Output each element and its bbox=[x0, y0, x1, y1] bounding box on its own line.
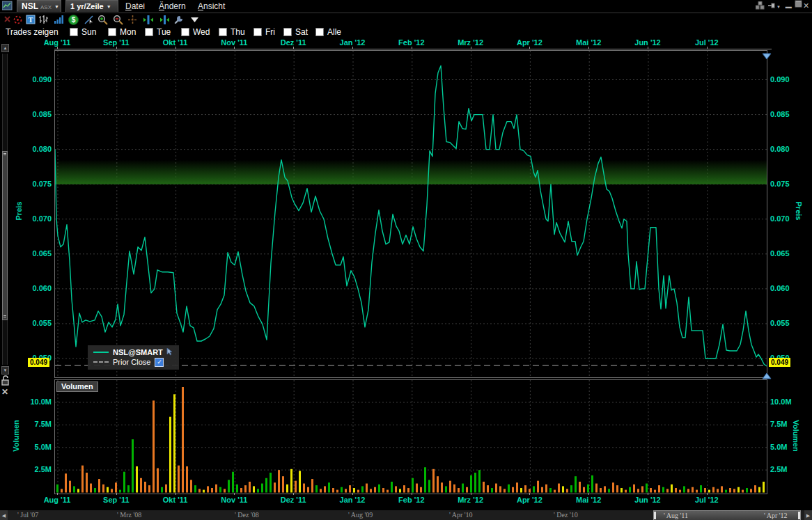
dollar-volume-icon[interactable]: $ bbox=[68, 14, 79, 25]
price-tick-label-right: 0.090 bbox=[770, 75, 798, 84]
series-label: NSL@SMART bbox=[113, 348, 163, 356]
month-tick bbox=[175, 493, 176, 495]
volume-panel-title: Volumen bbox=[56, 381, 98, 392]
ohlc-bars-style-icon[interactable] bbox=[38, 14, 49, 25]
scroll-right-button[interactable]: ▶ bbox=[804, 510, 812, 520]
close-panel-icon[interactable]: ✕ bbox=[1, 387, 8, 397]
history-scrollbar[interactable]: ◀ ' Jul '07' Mrz '08' Dez '08' Aug '09' … bbox=[0, 510, 812, 520]
series-line-swatch bbox=[93, 352, 109, 353]
trendline-tool-icon[interactable] bbox=[83, 14, 95, 25]
day-label-thu: Thu bbox=[231, 27, 245, 37]
day-checkbox-sun[interactable] bbox=[70, 28, 78, 36]
last-price-badge-right: 0.049 bbox=[769, 358, 790, 367]
last-price-badge-left: 0.049 bbox=[28, 358, 49, 367]
price-tick-label-left: 0.060 bbox=[24, 284, 52, 292]
cursor-icon bbox=[166, 346, 173, 359]
month-tick bbox=[293, 47, 294, 49]
volume-chart-panel[interactable]: Volumen bbox=[54, 379, 767, 494]
zoom-in-icon[interactable] bbox=[97, 14, 109, 25]
text-tool-icon[interactable]: T bbox=[24, 14, 36, 25]
scale-up-button[interactable]: ▲ bbox=[1, 44, 9, 52]
price-tick-label-left: 0.055 bbox=[24, 319, 52, 327]
month-label: Okt '11 bbox=[163, 496, 188, 504]
close-button[interactable]: ✕ bbox=[803, 1, 809, 11]
pin-dropdown-icon[interactable]: ▼ bbox=[776, 2, 781, 13]
exchange-label: ASX bbox=[40, 4, 52, 10]
trades-zeigen-label: Trades zeigen bbox=[6, 27, 58, 37]
month-tick bbox=[588, 493, 589, 495]
bar-chart-style-icon[interactable] bbox=[53, 14, 65, 25]
month-tick bbox=[116, 493, 117, 495]
month-tick bbox=[234, 493, 235, 495]
day-checkbox-wed[interactable] bbox=[181, 28, 189, 36]
month-label: Mrz '12 bbox=[458, 496, 483, 504]
workspace-blocks-icon[interactable] bbox=[756, 1, 765, 13]
month-label: Dez '11 bbox=[281, 496, 306, 504]
maximize-button[interactable] bbox=[795, 0, 802, 10]
month-label: Mai '12 bbox=[576, 496, 601, 504]
history-tick-label: ' Apr '10 bbox=[449, 511, 473, 519]
day-label-wed: Wed bbox=[193, 27, 210, 37]
month-label: Jan '12 bbox=[340, 496, 366, 504]
day-label-alle: Alle bbox=[327, 27, 341, 37]
month-tick bbox=[648, 47, 648, 49]
day-checkbox-thu[interactable] bbox=[219, 28, 227, 36]
month-label: Mai '12 bbox=[576, 38, 601, 47]
month-label: Dez '11 bbox=[281, 38, 306, 47]
range-handle-bottom[interactable] bbox=[762, 370, 772, 376]
month-tick bbox=[529, 47, 530, 49]
timeframe-label: 1 yr/Zeile bbox=[70, 2, 104, 10]
month-tick bbox=[352, 493, 353, 495]
volume-tick-label-left: 10.0M bbox=[24, 397, 52, 406]
settings-wrench-icon[interactable] bbox=[173, 14, 185, 25]
price-scale-thumb[interactable] bbox=[2, 151, 8, 320]
compress-horizontal-icon[interactable] bbox=[157, 14, 169, 25]
scale-down-button[interactable]: ▼ bbox=[1, 366, 9, 375]
symbol-selector[interactable]: NSL ASX ▼ bbox=[17, 0, 61, 12]
price-tick-label-right: 0.060 bbox=[770, 284, 798, 292]
month-label: Jul '12 bbox=[695, 38, 719, 47]
day-checkbox-mon[interactable] bbox=[108, 28, 116, 36]
symbol-label: NSL bbox=[22, 1, 38, 11]
day-checkbox-alle[interactable] bbox=[315, 28, 324, 36]
menu-ansicht[interactable]: Ansicht bbox=[198, 1, 225, 11]
month-label: Aug '11 bbox=[44, 38, 71, 47]
pin-icon[interactable] bbox=[767, 1, 776, 13]
price-tick-label-left: 0.065 bbox=[24, 249, 52, 258]
history-scrollbar-thumb[interactable]: ' Aug '11' Apr '12 bbox=[653, 510, 801, 520]
crosshair-tool-icon[interactable] bbox=[127, 14, 139, 25]
zoom-out-icon[interactable] bbox=[112, 14, 124, 25]
price-tick-label-left: 0.080 bbox=[24, 145, 52, 153]
trades-filter-row: Trades zeigen SunMonTueWedThuFriSatAlle bbox=[0, 26, 812, 38]
day-checkbox-sat[interactable] bbox=[283, 28, 292, 36]
prior-close-checkbox[interactable]: ✓ bbox=[155, 358, 164, 367]
range-handle-top[interactable] bbox=[762, 50, 772, 56]
scroll-left-button[interactable]: ◀ bbox=[0, 510, 8, 520]
minimize-button[interactable]: ▁ bbox=[786, 0, 791, 9]
price-chart-panel[interactable]: NSL@SMART Prior Close ✓ bbox=[54, 50, 767, 378]
month-tick bbox=[412, 47, 412, 49]
expand-horizontal-icon[interactable] bbox=[142, 14, 154, 25]
volume-tick-label-left: 7.5M bbox=[24, 420, 52, 428]
price-axis-title-right: Preis bbox=[795, 187, 803, 235]
month-tick bbox=[57, 493, 58, 495]
month-label: Jun '12 bbox=[634, 38, 660, 47]
menu-datei[interactable]: Datei bbox=[125, 1, 145, 11]
month-label: Nov '11 bbox=[221, 38, 247, 47]
month-label: Feb '12 bbox=[398, 38, 424, 47]
more-dropdown-icon[interactable] bbox=[189, 14, 201, 25]
day-checkbox-fri[interactable] bbox=[253, 28, 262, 36]
month-tick bbox=[116, 47, 117, 49]
month-tick bbox=[352, 47, 353, 49]
drawing-toolbar: T $ bbox=[0, 13, 812, 26]
menu-aendern[interactable]: Ändern bbox=[159, 1, 186, 11]
target-pointer-icon[interactable] bbox=[12, 14, 24, 25]
price-tick-label-left: 0.090 bbox=[24, 75, 52, 84]
month-label: Jan '12 bbox=[340, 38, 366, 47]
day-checkbox-tue[interactable] bbox=[145, 28, 153, 36]
timeframe-selector[interactable]: 1 yr/Zeile ▼ bbox=[65, 0, 118, 12]
price-tick-label-right: 0.075 bbox=[770, 180, 798, 188]
month-tick bbox=[707, 47, 708, 49]
prior-close-label: Prior Close bbox=[113, 358, 150, 366]
month-tick bbox=[471, 493, 471, 495]
